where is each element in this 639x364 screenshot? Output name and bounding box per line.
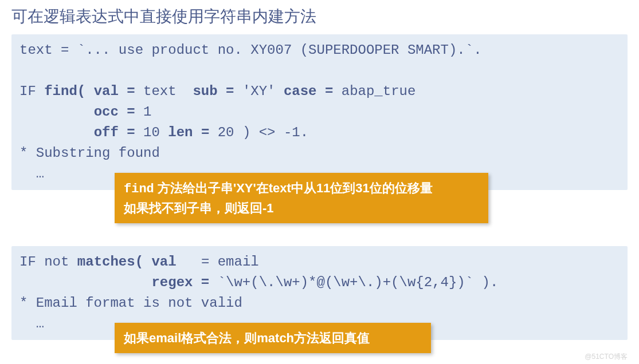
code-line: * Substring found — [19, 145, 160, 161]
callout-line: 如果找不到子串，则返回-1 — [124, 199, 479, 217]
watermark: @51CTO博客 — [585, 352, 628, 359]
code-example-find: text = `... use product no. XY007 (SUPER… — [11, 34, 628, 190]
code-line: off = 10 len = 20 ) <> -1. — [19, 125, 308, 140]
code-line: … — [19, 316, 44, 331]
callout-matches-explanation: 如果email格式合法，则match方法返回真值 — [115, 323, 431, 353]
slide-heading: 可在逻辑表达式中直接使用字符串内建方法 — [11, 6, 628, 27]
callout-line: 如果email格式合法，则match方法返回真值 — [124, 329, 422, 347]
code-line: … — [19, 166, 44, 181]
code-line: occ = 1 — [19, 104, 151, 120]
code-line: IF not matches( val = email — [19, 254, 259, 270]
callout-line: find 方法给出子串'XY'在text中从11位到31位的位移量 — [124, 179, 479, 199]
callout-find-explanation: find 方法给出子串'XY'在text中从11位到31位的位移量 如果找不到子… — [115, 173, 488, 223]
code-line: text = `... use product no. XY007 (SUPER… — [19, 42, 482, 58]
code-line: * Email format is not valid — [19, 295, 242, 311]
code-line: IF find( val = text sub = 'XY' case = ab… — [19, 84, 415, 99]
code-line: regex = `\w+(\.\w+)*@(\w+\.)+(\w{2,4})` … — [19, 275, 498, 290]
